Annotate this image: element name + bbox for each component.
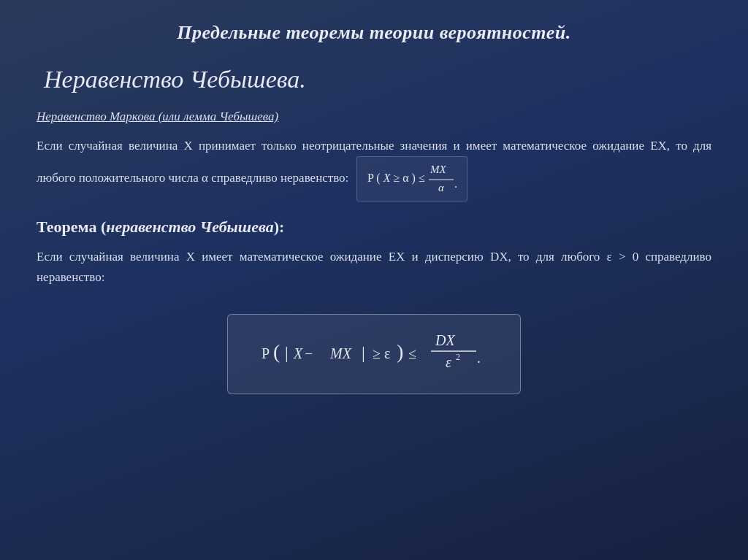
theorem-title-plain: Теорема ( — [37, 218, 106, 236]
svg-text:α: α — [438, 182, 445, 193]
markov-paragraph: Если случайная величина X принимает толь… — [37, 136, 711, 202]
svg-text:DX: DX — [435, 332, 455, 348]
svg-text:P
          (
          |
    : P ( | X − MX | ≥ ε ) ≤ — [262, 340, 416, 363]
svg-text:2: 2 — [456, 352, 460, 362]
svg-text:ε: ε — [446, 354, 451, 370]
theorem-title-end: ): — [274, 218, 285, 236]
svg-text:.: . — [477, 350, 481, 366]
chebyshev-paragraph: Если случайная величина X имеет математи… — [37, 247, 711, 288]
markov-subtitle: Неравенство Маркова (или лемма Чебышева) — [37, 110, 711, 124]
markov-formula: P ( X ≥ α ) ≤ MX α . — [356, 156, 468, 202]
main-title: Предельные теоремы теории вероятностей. — [37, 22, 711, 44]
theorem-title: Теорема (неравенство Чебышева): — [37, 218, 711, 237]
svg-text:.: . — [454, 177, 457, 190]
block-formula-wrapper: P ( | X − MX | ≥ ε ) ≤ DX — [37, 314, 711, 394]
block-formula: P ( | X − MX | ≥ ε ) ≤ DX — [227, 314, 521, 394]
section-title: Неравенство Чебышева. — [44, 66, 711, 93]
page-container: Предельные теоремы теории вероятностей. … — [0, 0, 748, 560]
svg-text:P
          (
          X
    : P ( X ≥ α ) ≤ — [367, 172, 425, 185]
theorem-title-italic: неравенство Чебышева — [106, 218, 273, 236]
svg-text:MX: MX — [430, 164, 446, 175]
